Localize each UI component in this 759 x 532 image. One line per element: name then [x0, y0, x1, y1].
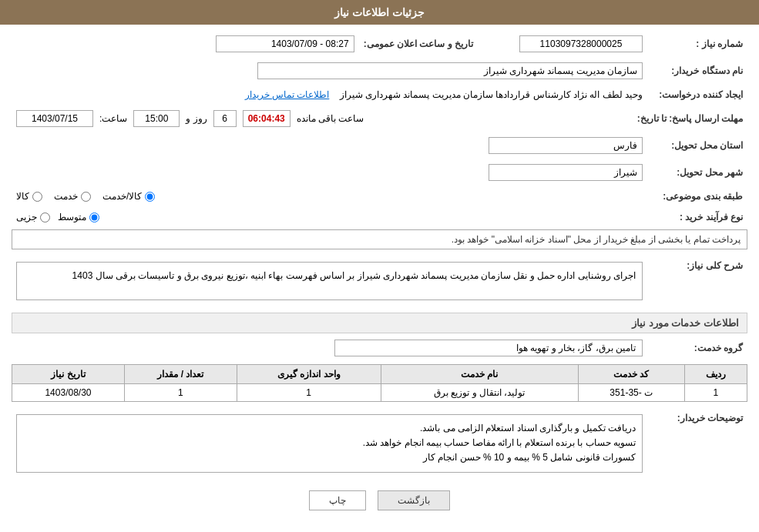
contact-link[interactable]: اطلاعات تماس خریدار	[245, 89, 330, 100]
buyer-org-label: نام دستگاه خریدار:	[647, 59, 747, 82]
city-label: شهر محل تحویل:	[647, 161, 747, 184]
category-option-khedmat[interactable]: خدمت	[54, 191, 91, 202]
announce-value: 1403/07/09 - 08:27	[216, 35, 354, 52]
category-option-kala[interactable]: کالا	[16, 191, 42, 202]
buyer-org-value: سازمان مدیریت پسماند شهرداری شیراز	[257, 62, 643, 79]
creator-label: ایجاد کننده درخواست:	[647, 86, 747, 103]
service-group-value: تامین برق، گاز، بخار و تهویه هوا	[334, 340, 643, 356]
deadline-days: 6	[213, 110, 237, 127]
notice-box: پرداخت تمام یا بخشی از مبلغ خریدار از مح…	[12, 229, 747, 249]
col-code: کد خدمت	[578, 365, 684, 384]
button-row: بازگشت چاپ	[12, 490, 747, 510]
deadline-date: 1403/07/15	[16, 110, 93, 127]
need-description-label: شرح کلی نیاز:	[647, 256, 747, 306]
purchase-option-jozi[interactable]: جزیی	[16, 212, 50, 223]
category-option-kala-khedmat[interactable]: کالا/خدمت	[102, 191, 155, 202]
page-title: جزئیات اطلاعات نیاز	[334, 6, 425, 18]
col-qty: تعداد / مقدار	[124, 365, 237, 384]
services-table: ردیف کد خدمت نام خدمت واحد اندازه گیری ت…	[12, 364, 747, 402]
province-value: فارس	[489, 137, 643, 154]
deadline-time: 15:00	[133, 110, 180, 127]
page-header: جزئیات اطلاعات نیاز	[0, 0, 759, 25]
deadline-label: مهلت ارسال پاسخ: تا تاریخ:	[633, 107, 747, 130]
need-description: اجرای روشنایی اداره حمل و نقل سازمان مدی…	[16, 262, 643, 300]
deadline-days-label: روز و	[186, 113, 207, 124]
back-button[interactable]: بازگشت	[378, 490, 450, 510]
announce-label: تاریخ و ساعت اعلان عمومی:	[359, 32, 478, 55]
col-unit: واحد اندازه گیری	[237, 365, 381, 384]
col-row: ردیف	[684, 365, 747, 384]
deadline-time-label: ساعت:	[99, 113, 127, 124]
service-group-label: گروه خدمت:	[647, 336, 747, 360]
buyer-notes: دریافت تکمیل و بارگذاری اسناد استعلام ال…	[16, 414, 643, 473]
col-date: تاریخ نیاز	[12, 365, 125, 384]
col-name: نام خدمت	[381, 365, 578, 384]
need-number-value: 1103097328000025	[519, 35, 643, 52]
buyer-notes-label: توضیحات خریدار:	[647, 408, 747, 479]
notice-text: پرداخت تمام یا بخشی از مبلغ خریدار از مح…	[452, 234, 741, 245]
purchase-option-motavasset[interactable]: متوسط	[58, 212, 99, 223]
print-button[interactable]: چاپ	[309, 490, 366, 510]
category-radio-group: کالا خدمت کالا/خدمت	[16, 191, 643, 202]
city-value: شیراز	[489, 164, 643, 181]
deadline-remaining: 06:04:43	[243, 110, 291, 127]
category-label: طبقه بندی موضوعی:	[647, 188, 747, 205]
creator-value: وحید لطف اله نژاد کارشناس قراردادها سازم…	[340, 89, 643, 100]
table-row: 1ت -35-351تولید، انتقال و توزیع برق11140…	[12, 384, 747, 402]
province-label: استان محل تحویل:	[647, 134, 747, 157]
need-number-label: شماره نیاز :	[647, 32, 747, 55]
deadline-remaining-label: ساعت باقی مانده	[297, 113, 364, 124]
purchase-type-label: نوع فرآیند خرید :	[647, 209, 747, 226]
services-section-title: اطلاعات خدمات مورد نیاز	[12, 313, 747, 333]
